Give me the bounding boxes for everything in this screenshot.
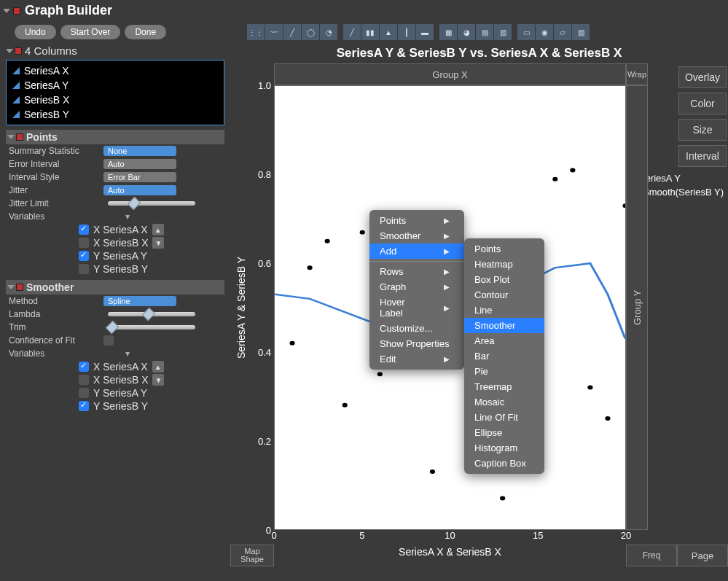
context-submenu[interactable]: PointsHeatmapBox PlotContourLineSmoother… <box>464 238 544 474</box>
column-item[interactable]: SeriesB Y <box>9 107 221 122</box>
menu-item[interactable]: Customize... <box>369 321 464 336</box>
submenu-item[interactable]: Bar <box>464 348 544 364</box>
lineoffit-tool-icon[interactable]: ╱ <box>283 24 301 40</box>
ellipse-tool-icon[interactable]: ◯ <box>302 24 319 40</box>
submenu-item[interactable]: Ellipse <box>464 425 544 440</box>
jitter-limit-slider[interactable] <box>108 201 195 206</box>
submenu-item[interactable]: Box Plot <box>464 272 544 287</box>
error-interval-label: Error Interval <box>9 159 103 169</box>
redmark-icon[interactable] <box>15 47 22 55</box>
menu-item[interactable]: Smoother▶ <box>369 228 464 243</box>
menu-item[interactable]: Add▶ <box>369 243 464 259</box>
title-bar: Graph Builder <box>0 0 728 21</box>
jitter-select[interactable]: Auto <box>103 185 176 195</box>
formula-tool-icon[interactable]: ◉ <box>536 24 553 40</box>
submenu-item[interactable]: Line Of Fit <box>464 410 544 425</box>
menu-item[interactable]: Hover Label▶ <box>369 295 464 321</box>
histogram-tool-icon[interactable]: ▬ <box>416 24 434 40</box>
submenu-item[interactable]: Mosaic <box>464 394 544 410</box>
variable-checkbox[interactable] <box>79 401 89 411</box>
svg-point-0 <box>289 341 294 346</box>
variable-checkbox[interactable] <box>79 251 89 261</box>
contour-tool-icon[interactable]: ◔ <box>320 24 337 40</box>
disclosure-icon[interactable] <box>6 49 13 53</box>
parallel-tool-icon[interactable]: ▨ <box>572 24 590 40</box>
svg-point-19 <box>605 416 610 421</box>
menu-item[interactable]: Show Properties <box>369 336 464 351</box>
line-tool-icon[interactable]: ╱ <box>343 24 361 40</box>
points-tool-icon[interactable]: ⋮⋮ <box>247 24 265 40</box>
columns-list[interactable]: SeriesA X SeriesA Y SeriesB X SeriesB Y <box>6 60 224 125</box>
summary-stat-select[interactable]: None <box>103 146 176 156</box>
group-y-dropzone[interactable]: Group Y <box>626 85 648 530</box>
chart-canvas[interactable]: Points▶Smoother▶Add▶Rows▶Graph▶Hover Lab… <box>274 85 626 530</box>
group-x-dropzone[interactable]: Group X <box>274 63 626 85</box>
submenu-item[interactable]: Treemap <box>464 379 544 394</box>
boxplot-tool-icon[interactable]: ┃ <box>398 24 415 40</box>
interval-dropzone[interactable]: Interval <box>678 145 727 167</box>
page-dropzone[interactable]: Page <box>677 545 728 566</box>
bar-tool-icon[interactable]: ▮▮ <box>361 24 379 40</box>
variable-checkbox[interactable] <box>79 388 89 398</box>
overlay-dropzone[interactable]: Overlay <box>678 66 727 88</box>
treemap-tool-icon[interactable]: ▤ <box>476 24 493 40</box>
heatmap-tool-icon[interactable]: ▦ <box>439 24 457 40</box>
menu-item[interactable]: Rows▶ <box>369 264 464 279</box>
lambda-slider[interactable] <box>108 312 195 316</box>
variable-checkbox[interactable] <box>79 238 89 248</box>
menu-item[interactable]: Points▶ <box>369 213 464 228</box>
menu-item[interactable]: Graph▶ <box>369 279 464 295</box>
area-tool-icon[interactable]: ▲ <box>380 24 397 40</box>
submenu-item[interactable]: Smoother <box>464 318 544 333</box>
variable-checkbox[interactable] <box>79 362 89 372</box>
column-item[interactable]: SeriesB X <box>9 93 221 107</box>
variable-row: X SeriesB X ▼ <box>6 236 224 249</box>
start-over-button[interactable]: Start Over <box>60 25 121 39</box>
submenu-item[interactable]: Area <box>464 333 544 348</box>
submenu-item[interactable]: Line <box>464 303 544 318</box>
submenu-item[interactable]: Contour <box>464 287 544 303</box>
size-dropzone[interactable]: Size <box>678 119 727 141</box>
reorder-up-icon[interactable]: ▲ <box>152 361 164 373</box>
smoother-tool-icon[interactable]: 〰 <box>265 24 283 40</box>
submenu-item[interactable]: Pie <box>464 364 544 379</box>
variable-checkbox[interactable] <box>79 225 89 235</box>
chevron-down-icon[interactable]: ▾ <box>125 348 130 359</box>
column-item[interactable]: SeriesA Y <box>9 78 221 93</box>
reorder-down-icon[interactable]: ▼ <box>152 374 164 386</box>
map-tool-icon[interactable]: ▱ <box>554 24 571 40</box>
trim-slider[interactable] <box>108 325 195 330</box>
caption-tool-icon[interactable]: ▭ <box>517 24 535 40</box>
column-item[interactable]: SeriesA X <box>9 63 221 78</box>
svg-point-13 <box>500 496 505 500</box>
smoother-section-header[interactable]: Smoother <box>6 280 224 295</box>
pie-tool-icon[interactable]: ◕ <box>458 24 475 40</box>
submenu-item[interactable]: Points <box>464 241 544 257</box>
reorder-down-icon[interactable]: ▼ <box>152 237 164 249</box>
wrap-dropzone[interactable]: Wrap <box>626 63 648 85</box>
undo-button[interactable]: Undo <box>15 25 56 39</box>
submenu-item[interactable]: Heatmap <box>464 257 544 272</box>
redmark-icon[interactable] <box>13 7 20 15</box>
confidence-checkbox[interactable] <box>103 335 114 346</box>
error-interval-select[interactable]: Auto <box>103 159 176 169</box>
chevron-down-icon[interactable]: ▾ <box>125 211 130 222</box>
method-select[interactable]: Spline <box>103 296 176 306</box>
done-button[interactable]: Done <box>125 25 166 39</box>
mosaic-tool-icon[interactable]: ▥ <box>494 24 512 40</box>
interval-style-select[interactable]: Error Bar <box>103 172 176 182</box>
context-menu[interactable]: Points▶Smoother▶Add▶Rows▶Graph▶Hover Lab… <box>369 210 464 370</box>
points-section-header[interactable]: Points <box>6 130 224 144</box>
reorder-up-icon[interactable]: ▲ <box>152 224 164 235</box>
submenu-item[interactable]: Caption Box <box>464 456 544 471</box>
columns-header: 4 Columns <box>25 44 77 57</box>
map-shape-dropzone[interactable]: MapShape <box>230 545 274 566</box>
variable-checkbox[interactable] <box>79 264 89 274</box>
submenu-item[interactable]: Histogram <box>464 440 544 456</box>
variable-checkbox[interactable] <box>79 375 89 385</box>
disclosure-icon[interactable] <box>3 9 10 13</box>
color-dropzone[interactable]: Color <box>678 93 727 114</box>
menu-item[interactable]: Edit▶ <box>369 351 464 367</box>
legend-panel: Overlay Color Size Interval SeriesA Y Sm… <box>677 63 728 545</box>
freq-dropzone[interactable]: Freq <box>626 545 677 566</box>
